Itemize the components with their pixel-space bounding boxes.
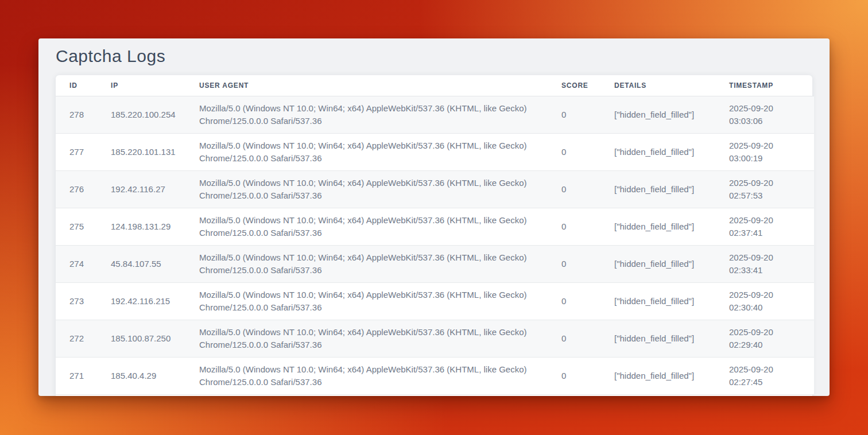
- cell-timestamp: 2025-09-20 03:03:06: [715, 96, 814, 133]
- cell-id: 271: [56, 357, 97, 394]
- cell-id: 272: [56, 320, 97, 357]
- cell-ip: 185.220.101.131: [97, 133, 185, 170]
- cell-details: ["hidden_field_filled"]: [600, 320, 715, 357]
- cell-user-agent: Mozilla/5.0 (Windows NT 10.0; Win64; x64…: [185, 320, 548, 357]
- cell-timestamp: 2025-09-20 03:00:19: [715, 133, 814, 170]
- table-header-row: ID IP USER AGENT SCORE DETAILS TIMESTAMP: [56, 75, 814, 96]
- cell-id: 275: [56, 208, 97, 245]
- table-row: 273 192.42.116.215 Mozilla/5.0 (Windows …: [56, 282, 814, 320]
- table-row: 274 45.84.107.55 Mozilla/5.0 (Windows NT…: [56, 245, 814, 282]
- cell-user-agent: Mozilla/5.0 (Windows NT 10.0; Win64; x64…: [185, 357, 548, 394]
- cell-user-agent: Mozilla/5.0 (Windows NT 10.0; Win64; x64…: [185, 208, 548, 245]
- column-header-user-agent: USER AGENT: [185, 75, 548, 96]
- cell-details: ["hidden_field_filled"]: [600, 170, 715, 208]
- column-header-id: ID: [56, 75, 97, 96]
- cell-score: 0: [548, 245, 600, 282]
- captcha-logs-card: Captcha Logs ID IP USER AGENT SCORE DETA…: [38, 38, 830, 396]
- cell-timestamp: 2025-09-20 02:57:53: [715, 170, 814, 208]
- column-header-ip: IP: [97, 75, 185, 96]
- table-row: 271 185.40.4.29 Mozilla/5.0 (Windows NT …: [56, 357, 814, 394]
- cell-score: 0: [548, 96, 600, 133]
- cell-details: ["hidden_field_filled"]: [600, 282, 715, 320]
- cell-details: ["hidden_field_filled"]: [600, 208, 715, 245]
- cell-timestamp: 2025-09-20 02:29:40: [715, 320, 814, 357]
- table-row: 278 185.220.100.254 Mozilla/5.0 (Windows…: [56, 96, 814, 133]
- table-row: 272 185.100.87.250 Mozilla/5.0 (Windows …: [56, 320, 814, 357]
- cell-ip: 185.40.4.29: [97, 357, 185, 394]
- table-row: 276 192.42.116.27 Mozilla/5.0 (Windows N…: [56, 170, 814, 208]
- cell-user-agent: Mozilla/5.0 (Windows NT 10.0; Win64; x64…: [185, 133, 548, 170]
- cell-details: ["hidden_field_filled"]: [600, 357, 715, 394]
- cell-id: 277: [56, 133, 97, 170]
- cell-ip: 185.100.87.250: [97, 320, 185, 357]
- table-row: 277 185.220.101.131 Mozilla/5.0 (Windows…: [56, 133, 814, 170]
- cell-user-agent: Mozilla/5.0 (Windows NT 10.0; Win64; x64…: [185, 282, 548, 320]
- cell-score: 0: [548, 320, 600, 357]
- captcha-logs-table-container: ID IP USER AGENT SCORE DETAILS TIMESTAMP…: [56, 75, 812, 396]
- cell-ip: 124.198.131.29: [97, 208, 185, 245]
- cell-timestamp: 2025-09-20 02:30:40: [715, 282, 814, 320]
- cell-user-agent: Mozilla/5.0 (Windows NT 10.0; Win64; x64…: [185, 96, 548, 133]
- cell-score: 0: [548, 282, 600, 320]
- column-header-details: DETAILS: [600, 75, 715, 96]
- cell-id: 276: [56, 170, 97, 208]
- cell-details: ["hidden_field_filled"]: [600, 96, 715, 133]
- page-title: Captcha Logs: [56, 45, 812, 67]
- cell-score: 0: [548, 133, 600, 170]
- column-header-timestamp: TIMESTAMP: [715, 75, 814, 96]
- cell-timestamp: 2025-09-20 02:37:41: [715, 208, 814, 245]
- cell-details: ["hidden_field_filled"]: [600, 133, 715, 170]
- cell-id: 273: [56, 282, 97, 320]
- cell-score: 0: [548, 357, 600, 394]
- cell-ip: 192.42.116.215: [97, 282, 185, 320]
- table-row: 275 124.198.131.29 Mozilla/5.0 (Windows …: [56, 208, 814, 245]
- cell-details: ["hidden_field_filled"]: [600, 245, 715, 282]
- cell-timestamp: 2025-09-20 02:33:41: [715, 245, 814, 282]
- cell-ip: 45.84.107.55: [97, 245, 185, 282]
- captcha-logs-table: ID IP USER AGENT SCORE DETAILS TIMESTAMP…: [56, 75, 814, 395]
- column-header-score: SCORE: [548, 75, 600, 96]
- cell-timestamp: 2025-09-20 02:27:45: [715, 357, 814, 394]
- cell-id: 274: [56, 245, 97, 282]
- cell-ip: 192.42.116.27: [97, 170, 185, 208]
- cell-id: 278: [56, 96, 97, 133]
- cell-user-agent: Mozilla/5.0 (Windows NT 10.0; Win64; x64…: [185, 170, 548, 208]
- cell-score: 0: [548, 170, 600, 208]
- cell-user-agent: Mozilla/5.0 (Windows NT 10.0; Win64; x64…: [185, 245, 548, 282]
- cell-score: 0: [548, 208, 600, 245]
- cell-ip: 185.220.100.254: [97, 96, 185, 133]
